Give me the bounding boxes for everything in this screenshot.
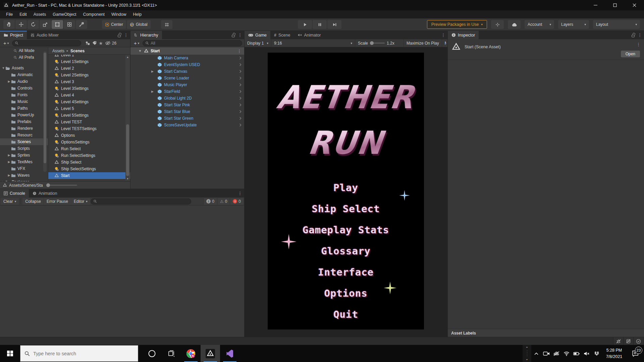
pivot-toggle-button[interactable]: Center (102, 20, 126, 29)
select-children-icon[interactable] (238, 83, 241, 86)
game-menu-item-ship-select[interactable]: Ship Select (268, 198, 424, 219)
thumbnail-zoom-slider[interactable] (46, 185, 77, 186)
scene-header-start[interactable]: ▼ Start ⋮ (130, 47, 244, 55)
hierarchy-item-music-player[interactable]: Music Player (130, 81, 244, 88)
cloud-collab-button[interactable] (508, 20, 521, 29)
lock-icon[interactable] (232, 35, 235, 37)
tab-animator[interactable]: Animator (294, 31, 324, 39)
action-center-button[interactable]: 23 (627, 350, 644, 357)
breadcrumb-root[interactable]: Assets (52, 49, 64, 53)
expand-arrow-icon[interactable]: ▶ (7, 80, 11, 83)
project-tree-item-music[interactable]: Music (0, 98, 48, 105)
scroll-up-icon[interactable]: ⌃ (526, 346, 528, 350)
open-scene-button[interactable]: Open (621, 51, 640, 57)
hierarchy-item-scene-loader[interactable]: Scene Loader (130, 75, 244, 81)
project-tree-item-fonts[interactable]: Fonts (0, 92, 48, 98)
lock-icon[interactable] (632, 35, 635, 37)
file-list-scrollbar[interactable]: ▲ ▼ (125, 55, 130, 181)
collapse-arrow-icon[interactable]: ▼ (139, 49, 142, 53)
project-tree-item-sprites[interactable]: ▶Sprites (0, 152, 48, 159)
asset-labels-header[interactable]: Asset Labels (448, 329, 644, 337)
start-button[interactable] (0, 345, 20, 362)
tab-audio-mixer[interactable]: Audio Mixer (27, 31, 62, 39)
game-menu-item-interface[interactable]: Interface (268, 261, 424, 283)
project-tree-item-scripts[interactable]: Scripts (0, 145, 48, 152)
expand-arrow-icon[interactable]: ▶ (151, 90, 154, 93)
play-button[interactable] (298, 20, 312, 29)
battery-button[interactable] (572, 352, 582, 356)
transform-tool-button[interactable] (64, 20, 75, 29)
kebab-menu-icon[interactable]: ⋮ (238, 33, 242, 38)
layers-dropdown[interactable]: Layers▾ (558, 20, 589, 29)
close-button[interactable] (625, 0, 644, 10)
hierarchy-search-input[interactable]: All (143, 40, 242, 46)
aspect-ratio-dropdown[interactable]: 9:16▾ (271, 39, 355, 47)
project-tree-item-controls[interactable]: Controls (0, 85, 48, 92)
move-tool-button[interactable] (15, 20, 27, 29)
select-children-icon[interactable] (238, 97, 241, 100)
project-tree-item-textmes[interactable]: ▶TextMes (0, 159, 48, 165)
game-menu-item-glossary[interactable]: Glossary (268, 240, 424, 261)
file-item-level-test[interactable]: Level TEST (48, 119, 130, 125)
game-menu-item-options[interactable]: Options (268, 283, 424, 304)
taskbar-search-input[interactable] (33, 351, 134, 356)
project-tree-item-animatic[interactable]: Animatic (0, 71, 48, 78)
kebab-menu-icon[interactable]: ⋮ (238, 191, 242, 196)
pause-button[interactable] (313, 20, 327, 29)
grid-snapping-button[interactable] (161, 20, 172, 29)
project-tree-item-scenes[interactable]: Scenes (0, 138, 48, 145)
file-item-level-2[interactable]: Level 2 (48, 65, 130, 72)
select-children-icon[interactable] (238, 104, 241, 106)
favorite-all-mode[interactable]: All Mode (0, 47, 48, 54)
menu-file[interactable]: File (3, 12, 16, 17)
scroll-up-icon[interactable]: ▲ (125, 56, 130, 59)
select-children-icon[interactable] (238, 63, 241, 66)
select-children-icon[interactable] (238, 90, 241, 93)
menu-component[interactable]: Component (79, 12, 108, 17)
editor-dropdown[interactable]: Editor▾ (71, 198, 90, 205)
warning-count-toggle[interactable]: ⚠0 (217, 198, 230, 205)
file-item-options[interactable]: Options (48, 132, 130, 139)
file-item-level-testsettings[interactable]: Level TESTSettings (48, 125, 130, 132)
hierarchy-item-start-star-green[interactable]: Start Star Green (130, 115, 244, 122)
hierarchy-item-scoresaveupdate[interactable]: ScoreSaveUpdate (130, 122, 244, 128)
file-item-optionssettings[interactable]: OptionsSettings (48, 139, 130, 145)
menu-edit[interactable]: Edit (16, 12, 30, 17)
cache-disabled-button[interactable] (623, 337, 633, 345)
tab-project[interactable]: Project (0, 31, 27, 39)
kebab-menu-icon[interactable]: ⋮ (441, 33, 445, 38)
layout-dropdown[interactable]: Layout▾ (593, 20, 640, 29)
hierarchy-item-start-star-blue[interactable]: Start Star Blue (130, 108, 244, 115)
file-item-level-2settings[interactable]: Level 2Settings (48, 72, 130, 78)
scale-slider[interactable] (370, 43, 385, 44)
meet-now-button[interactable] (541, 351, 551, 356)
scale-tool-button[interactable] (40, 20, 51, 29)
hierarchy-item-main-camera[interactable]: Main Camera (130, 55, 244, 61)
project-tree-item-rendere[interactable]: Rendere (0, 125, 48, 132)
unity-search-button[interactable] (491, 20, 504, 29)
taskbar-app-task-view[interactable] (162, 345, 181, 362)
favorites-star-icon[interactable]: ★ (99, 41, 103, 46)
file-item-start[interactable]: Start (48, 172, 130, 179)
open-asset-icon[interactable] (85, 41, 90, 45)
debugger-disabled-button[interactable] (613, 337, 623, 345)
taskbar-scroll-strip[interactable]: ⌃ ⌄ (523, 345, 531, 362)
menu-gameobject[interactable]: GameObject (49, 12, 79, 17)
taskbar-app-visual-studio[interactable] (220, 345, 239, 362)
file-item-ship-select[interactable]: Ship Select (48, 159, 130, 166)
rotate-tool-button[interactable] (28, 20, 39, 29)
preview-packages-button[interactable]: Preview Packages in Use ▾ (427, 20, 487, 29)
project-tree-item-audio[interactable]: ▶Audio (0, 78, 48, 85)
project-tree-item-waves[interactable]: ▶Waves (0, 172, 48, 179)
game-menu-item-quit[interactable]: Quit (268, 304, 424, 325)
kebab-menu-icon[interactable]: ⋮ (124, 33, 128, 38)
project-tree-item-paths[interactable]: Paths (0, 105, 48, 112)
minimize-button[interactable] (586, 0, 605, 10)
collapse-button[interactable]: Collapse (22, 198, 44, 205)
expand-arrow-icon[interactable]: ▶ (151, 70, 154, 73)
favorite-all-prefa[interactable]: All Prefa (0, 54, 48, 61)
hidden-icons-button[interactable] (531, 352, 541, 355)
account-dropdown[interactable]: Account▾ (525, 20, 554, 29)
file-item-level-1[interactable]: Level 1 (48, 55, 130, 58)
game-menu-item-play[interactable]: Play (268, 177, 424, 198)
